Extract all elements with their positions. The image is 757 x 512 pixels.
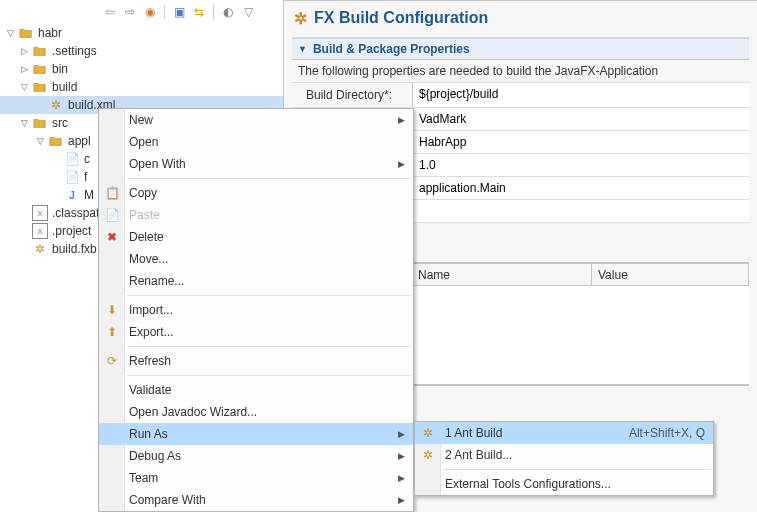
link-editor-icon[interactable]: ⇆: [190, 3, 208, 21]
menu-item-javadoc[interactable]: Open Javadoc Wizard...: [99, 401, 413, 423]
twisty-spacer: [50, 189, 62, 201]
fx-file-icon: ✲: [32, 241, 48, 257]
submenu-arrow-icon: ▶: [398, 451, 405, 461]
menu-item-open[interactable]: Open: [99, 131, 413, 153]
menu-item-export[interactable]: ⬆ Export...: [99, 321, 413, 343]
menu-label: Team: [129, 471, 158, 485]
twisty-spacer: [50, 171, 62, 183]
menu-label: Debug As: [129, 449, 181, 463]
xml-file-icon: X: [32, 223, 48, 239]
vendor-input[interactable]: [413, 108, 749, 130]
submenu-item-external-tools[interactable]: External Tools Configurations...: [415, 473, 713, 495]
ant-file-icon: ✲: [48, 97, 64, 113]
menu-item-team[interactable]: Team ▶: [99, 467, 413, 489]
toolbar-separator: [164, 5, 165, 19]
back-icon[interactable]: ⇦: [101, 3, 119, 21]
menu-label: Validate: [129, 383, 171, 397]
menu-item-debug-as[interactable]: Debug As ▶: [99, 445, 413, 467]
twisty-spacer: [34, 99, 46, 111]
chevron-down-icon[interactable]: ▽: [4, 27, 16, 39]
build-directory-input[interactable]: [413, 83, 749, 105]
menu-item-import[interactable]: ⬇ Import...: [99, 299, 413, 321]
paste-icon: 📄: [103, 206, 121, 224]
kv-name-header[interactable]: Name: [412, 264, 592, 286]
view-menu-icon[interactable]: ▽: [239, 3, 257, 21]
tree-label: build: [52, 80, 77, 94]
menu-label: External Tools Configurations...: [445, 477, 611, 491]
kv-value-header[interactable]: Value: [592, 264, 749, 286]
ant-icon: ✲: [419, 424, 437, 442]
home-icon[interactable]: ◉: [141, 3, 159, 21]
menu-label: Paste: [129, 208, 160, 222]
submenu-item-ant-build-dialog[interactable]: ✲ 2 Ant Build...: [415, 444, 713, 466]
tree-item-bin[interactable]: ▷ bin: [0, 60, 283, 78]
tree-label: appl: [68, 134, 91, 148]
section-description: The following properties are needed to b…: [292, 60, 749, 82]
collapse-all-icon[interactable]: ▣: [170, 3, 188, 21]
menu-item-move[interactable]: Move...: [99, 248, 413, 270]
submenu-arrow-icon: ▶: [398, 159, 405, 169]
menu-label: Export...: [129, 325, 174, 339]
menu-label: Import...: [129, 303, 173, 317]
tree-label: build.fxb: [52, 242, 97, 256]
submenu-item-ant-build[interactable]: ✲ 1 Ant Build Alt+Shift+X, Q: [415, 422, 713, 444]
main-class-input[interactable]: [413, 177, 749, 199]
menu-item-new[interactable]: New ▶: [99, 109, 413, 131]
page-title-text: FX Build Configuration: [314, 9, 488, 27]
tree-label: f: [84, 170, 87, 184]
menu-label: Move...: [129, 252, 168, 266]
menu-separator: [443, 469, 711, 470]
twisty-spacer: [18, 207, 30, 219]
menu-item-open-with[interactable]: Open With ▶: [99, 153, 413, 175]
menu-item-run-as[interactable]: Run As ▶: [99, 423, 413, 445]
chevron-down-icon[interactable]: ▽: [34, 135, 46, 147]
menu-item-paste: 📄 Paste: [99, 204, 413, 226]
menu-label: Run As: [129, 427, 168, 441]
explorer-toolbar: ⇦ ⇨ ◉ ▣ ⇆ ◐ ▽: [0, 2, 283, 24]
tree-label: src: [52, 116, 68, 130]
menu-label: 2 Ant Build...: [445, 448, 512, 462]
menu-label: New: [129, 113, 153, 127]
chevron-right-icon[interactable]: ▷: [18, 63, 30, 75]
section-header[interactable]: ▼ Build & Package Properties: [292, 39, 749, 60]
tree-label: habr: [38, 26, 62, 40]
menu-label: Delete: [129, 230, 164, 244]
menu-item-delete[interactable]: ✖ Delete: [99, 226, 413, 248]
submenu-arrow-icon: ▶: [398, 115, 405, 125]
focus-icon[interactable]: ◐: [219, 3, 237, 21]
section-title: Build & Package Properties: [313, 42, 470, 56]
folder-icon: [32, 61, 48, 77]
menu-item-validate[interactable]: Validate: [99, 379, 413, 401]
menu-item-copy[interactable]: 📋 Copy: [99, 182, 413, 204]
version-input[interactable]: [413, 154, 749, 176]
field-label-build-directory: Build Directory*:: [292, 83, 412, 107]
chevron-right-icon[interactable]: ▷: [18, 45, 30, 57]
page-title: ✲ FX Build Configuration: [292, 5, 749, 37]
forward-icon[interactable]: ⇨: [121, 3, 139, 21]
project-icon: [18, 25, 34, 41]
menu-label: Open: [129, 135, 158, 149]
submenu-arrow-icon: ▶: [398, 429, 405, 439]
twisty-spacer: [50, 153, 62, 165]
chevron-down-icon[interactable]: ▼: [298, 44, 307, 54]
menu-item-rename[interactable]: Rename...: [99, 270, 413, 292]
folder-icon: [48, 133, 64, 149]
menu-item-refresh[interactable]: ⟳ Refresh: [99, 350, 413, 372]
chevron-down-icon[interactable]: ▽: [18, 117, 30, 129]
menu-label: Refresh: [129, 354, 171, 368]
menu-label: Compare With: [129, 493, 206, 507]
extra-input[interactable]: [413, 200, 749, 222]
tree-item-settings[interactable]: ▷ .settings: [0, 42, 283, 60]
chevron-down-icon[interactable]: ▽: [18, 81, 30, 93]
menu-label: 1 Ant Build: [445, 426, 502, 440]
app-name-input[interactable]: [413, 131, 749, 153]
tree-project-root[interactable]: ▽ habr: [0, 24, 283, 42]
config-icon: ✲: [292, 10, 308, 26]
export-icon: ⬆: [103, 323, 121, 341]
menu-separator: [127, 295, 411, 296]
import-icon: ⬇: [103, 301, 121, 319]
tree-label: .settings: [52, 44, 97, 58]
tree-item-build[interactable]: ▽ build: [0, 78, 283, 96]
menu-item-compare-with[interactable]: Compare With ▶: [99, 489, 413, 511]
menu-separator: [127, 178, 411, 179]
